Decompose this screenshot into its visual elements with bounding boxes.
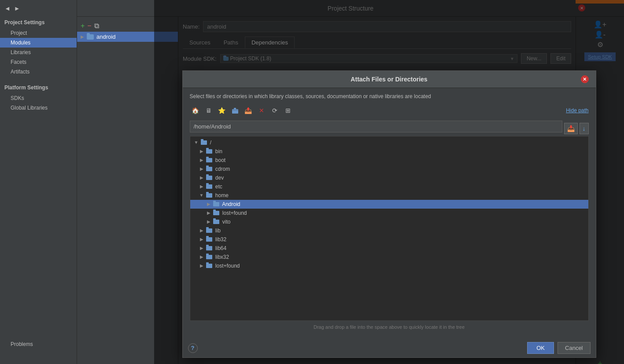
tree-android-label: Android bbox=[221, 201, 240, 207]
tree-etc-folder-icon bbox=[206, 184, 212, 189]
tree-item-vito[interactable]: vito bbox=[190, 217, 588, 226]
modal-overlay: Attach Files or Directories ✕ Select fil… bbox=[154, 0, 624, 364]
tree-lib-label: lib bbox=[214, 228, 221, 234]
tree-bin-arrow[interactable] bbox=[199, 149, 204, 154]
add-module-button[interactable]: + bbox=[81, 22, 85, 30]
tree-home-label: home bbox=[214, 192, 229, 199]
copy-module-button[interactable]: ⧉ bbox=[94, 22, 99, 30]
tree-item-lib32[interactable]: lib32 bbox=[190, 235, 588, 244]
tree-item-boot[interactable]: boot bbox=[190, 156, 588, 165]
tree-item-lost-found-home[interactable]: lost+found bbox=[190, 209, 588, 217]
modal-footer: ? OK Cancel bbox=[183, 338, 596, 357]
nav-back-icon[interactable]: ◄ bbox=[4, 5, 11, 12]
svg-rect-0 bbox=[232, 109, 238, 114]
tree-cdrom-arrow[interactable] bbox=[199, 166, 204, 172]
sidebar-item-artifacts[interactable]: Artifacts bbox=[0, 67, 77, 77]
sidebar-item-problems[interactable]: Problems bbox=[4, 339, 37, 349]
sidebar-item-project[interactable]: Project bbox=[0, 28, 77, 38]
tree-item-home[interactable]: home bbox=[190, 191, 588, 200]
tree-lib32-folder-icon bbox=[206, 237, 212, 242]
tree-item-lib[interactable]: lib bbox=[190, 226, 588, 235]
modal-header: Attach Files or Directories ✕ bbox=[183, 71, 596, 88]
tree-bin-label: bin bbox=[214, 148, 222, 154]
show-hidden-toolbar-button[interactable]: ⊞ bbox=[282, 105, 294, 116]
sidebar-item-facets[interactable]: Facets bbox=[0, 57, 77, 67]
sidebar-nav: ◄ ► bbox=[0, 0, 77, 17]
reload-toolbar-button[interactable]: ⟳ bbox=[269, 105, 281, 116]
project-settings-label: Project Settings bbox=[0, 17, 77, 28]
tree-cdrom-label: cdrom bbox=[214, 166, 230, 172]
modal-body: Select files or directories in which lib… bbox=[183, 88, 596, 338]
sidebar: ◄ ► Project Settings Project Modules Lib… bbox=[0, 0, 77, 364]
nav-forward-icon[interactable]: ► bbox=[14, 5, 20, 12]
tree-libx32-label: libx32 bbox=[214, 254, 229, 260]
path-nav-button[interactable]: ↓ bbox=[580, 123, 589, 134]
svg-rect-1 bbox=[234, 108, 236, 110]
ok-button[interactable]: OK bbox=[527, 342, 554, 354]
remove-module-button[interactable]: − bbox=[87, 22, 91, 30]
tree-item-libx32[interactable]: libx32 bbox=[190, 253, 588, 261]
tree-lib-folder-icon bbox=[206, 228, 212, 233]
tree-boot-label: boot bbox=[214, 157, 226, 163]
bookmark-toolbar-button[interactable]: ⭐ bbox=[216, 105, 228, 116]
tree-root-folder-icon bbox=[201, 140, 207, 145]
path-upload-button[interactable]: 📥 bbox=[564, 123, 578, 134]
tree-lib32-arrow[interactable] bbox=[199, 237, 204, 242]
tree-home-arrow[interactable] bbox=[199, 193, 204, 198]
tree-lost-found-home-arrow[interactable] bbox=[206, 210, 211, 216]
path-input[interactable] bbox=[190, 121, 562, 132]
tree-boot-arrow[interactable] bbox=[199, 158, 204, 163]
hide-path-button[interactable]: Hide path bbox=[566, 107, 588, 114]
tree-item-lost-found-root[interactable]: lost+found bbox=[190, 261, 588, 270]
tree-item-cdrom[interactable]: cdrom bbox=[190, 165, 588, 173]
tree-lost-found-root-label: lost+found bbox=[214, 263, 240, 269]
tree-dev-arrow[interactable] bbox=[199, 175, 204, 180]
tree-root-label: / bbox=[209, 140, 212, 146]
modal-close-button[interactable]: ✕ bbox=[581, 75, 589, 83]
new-folder-toolbar-button[interactable] bbox=[229, 105, 241, 116]
tree-dev-label: dev bbox=[214, 175, 224, 181]
tree-vito-label: vito bbox=[221, 219, 231, 225]
tree-root-arrow[interactable] bbox=[194, 140, 199, 145]
sidebar-item-global-libraries[interactable]: Global Libraries bbox=[0, 103, 77, 113]
tree-etc-arrow[interactable] bbox=[199, 184, 204, 189]
file-tree[interactable]: / bin boot bbox=[190, 136, 589, 321]
tree-lost-found-root-folder-icon bbox=[206, 264, 212, 268]
tree-etc-label: etc bbox=[214, 184, 222, 190]
tree-lost-found-home-label: lost+found bbox=[221, 210, 247, 216]
tree-item-etc[interactable]: etc bbox=[190, 182, 588, 191]
tree-vito-arrow[interactable] bbox=[206, 219, 211, 224]
tree-vito-folder-icon bbox=[213, 220, 219, 224]
tree-android-arrow[interactable] bbox=[206, 202, 211, 207]
tree-lib32-label: lib32 bbox=[214, 236, 227, 243]
tree-item-android-dir[interactable]: Android bbox=[190, 200, 588, 209]
tree-item-bin[interactable]: bin bbox=[190, 147, 588, 156]
tree-lost-found-root-arrow[interactable] bbox=[199, 263, 204, 268]
sidebar-item-sdks[interactable]: SDKs bbox=[0, 93, 77, 103]
modal-title: Attach Files or Directories bbox=[198, 76, 581, 83]
tree-lib-arrow[interactable] bbox=[199, 228, 204, 233]
module-label: android bbox=[96, 33, 115, 40]
tree-lost-found-home-folder-icon bbox=[213, 211, 219, 215]
sidebar-item-modules[interactable]: Modules bbox=[0, 38, 77, 48]
tree-item-dev[interactable]: dev bbox=[190, 173, 588, 182]
tree-item-lib64[interactable]: lib64 bbox=[190, 244, 588, 253]
tree-root[interactable]: / bbox=[190, 138, 588, 147]
tree-home-folder-icon bbox=[206, 193, 212, 198]
tree-lib64-label: lib64 bbox=[214, 245, 227, 251]
cancel-button[interactable]: Cancel bbox=[558, 342, 590, 354]
tree-boot-folder-icon bbox=[206, 158, 212, 162]
home-toolbar-button[interactable]: 🏠 bbox=[190, 105, 201, 116]
help-button[interactable]: ? bbox=[188, 343, 198, 353]
sidebar-item-libraries[interactable]: Libraries bbox=[0, 48, 77, 57]
delete-toolbar-button[interactable]: ✕ bbox=[256, 105, 267, 116]
tree-lib64-arrow[interactable] bbox=[199, 246, 204, 251]
drag-drop-hint: Drag and drop a file into the space abov… bbox=[190, 321, 589, 333]
platform-settings-label: Platform Settings bbox=[0, 82, 77, 93]
tree-android-folder-icon bbox=[213, 202, 219, 206]
tree-libx32-arrow[interactable] bbox=[199, 254, 204, 260]
upload-toolbar-button[interactable]: 📤 bbox=[243, 105, 254, 116]
tree-lib64-folder-icon bbox=[206, 246, 212, 250]
desktop-toolbar-button[interactable]: 🖥 bbox=[203, 105, 214, 116]
attach-files-dialog: Attach Files or Directories ✕ Select fil… bbox=[182, 70, 596, 358]
